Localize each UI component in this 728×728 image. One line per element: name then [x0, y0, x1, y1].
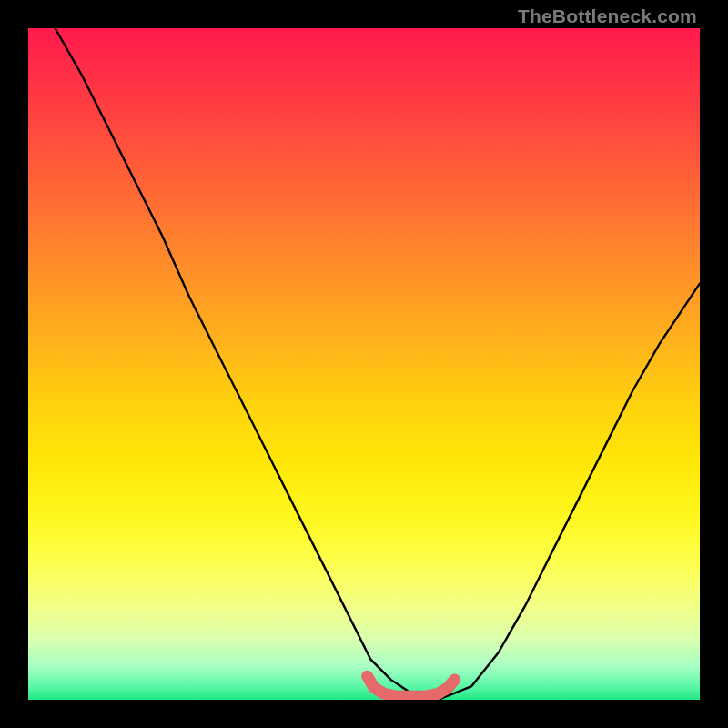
- chart-frame: TheBottleneck.com: [0, 0, 728, 728]
- watermark-label: TheBottleneck.com: [518, 5, 697, 27]
- curve-layer: [28, 28, 700, 700]
- valley-marker: [368, 676, 455, 696]
- plot-area: [28, 28, 700, 700]
- bottleneck-curve: [56, 28, 701, 700]
